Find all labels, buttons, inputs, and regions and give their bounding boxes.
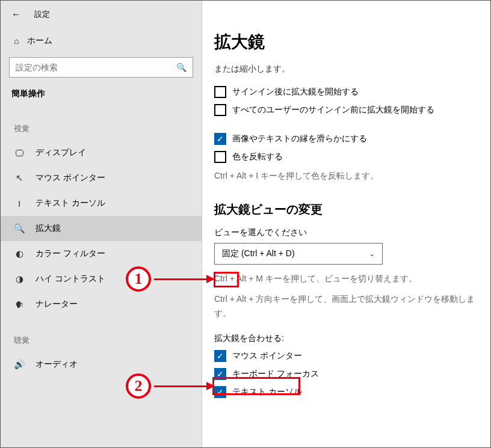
nav-display[interactable]: 🖵 ディスプレイ bbox=[1, 140, 202, 165]
cb-follow-keyboard[interactable]: ✓ キーボード フォーカス bbox=[214, 368, 478, 380]
cb-invert-colors[interactable]: 色を反転する bbox=[214, 151, 478, 163]
nav-magnifier[interactable]: 🔍 拡大鏡 bbox=[1, 216, 202, 241]
search-input[interactable] bbox=[16, 63, 176, 72]
checkbox-checked-icon: ✓ bbox=[214, 368, 226, 380]
nav-high-contrast-label: ハイ コントラスト bbox=[36, 274, 105, 284]
search-box[interactable]: 🔍 bbox=[9, 57, 193, 78]
magnifier-icon: 🔍 bbox=[14, 223, 25, 234]
view-switch-hint: Ctrl + Alt + M キーを押して、ビューを切り替えます。 bbox=[214, 272, 478, 286]
search-icon: 🔍 bbox=[176, 63, 187, 72]
home-icon: ⌂ bbox=[14, 36, 19, 46]
cb-smooth-edges[interactable]: ✓ 画像やテキストの縁を滑らかにする bbox=[214, 133, 478, 145]
cb-label: すべてのユーザーのサインイン前に拡大鏡を開始する bbox=[232, 105, 434, 115]
checkbox-checked-icon: ✓ bbox=[214, 386, 226, 398]
group-hearing: 聴覚 bbox=[1, 317, 202, 352]
nav-high-contrast[interactable]: ◑ ハイ コントラスト bbox=[1, 266, 202, 292]
category-label: 簡単操作 bbox=[1, 88, 202, 105]
cb-label: 画像やテキストの縁を滑らかにする bbox=[232, 133, 367, 144]
cb-label: マウス ポインター bbox=[232, 351, 302, 361]
section-view-title: 拡大鏡ビューの変更 bbox=[214, 201, 478, 218]
view-select-label: ビューを選んでください bbox=[214, 227, 478, 238]
dropdown-value: 固定 (Ctrl + Alt + D) bbox=[222, 248, 295, 259]
nav-display-label: ディスプレイ bbox=[36, 147, 86, 158]
nav-text-cursor[interactable]: I テキスト カーソル bbox=[1, 191, 202, 216]
cb-label: サインイン後に拡大鏡を開始する bbox=[232, 87, 359, 97]
nav-narrator-label: ナレーター bbox=[36, 299, 78, 310]
nav-audio-label: オーディオ bbox=[36, 359, 78, 370]
main-content: 拡大鏡 または縮小します。 サインイン後に拡大鏡を開始する すべてのユーザーのサ… bbox=[202, 1, 490, 447]
checkbox-icon bbox=[214, 86, 226, 98]
checkbox-checked-icon: ✓ bbox=[214, 350, 226, 362]
nav-audio[interactable]: 🔊 オーディオ bbox=[1, 352, 202, 377]
checkbox-checked-icon: ✓ bbox=[214, 133, 226, 145]
page-title: 拡大鏡 bbox=[214, 31, 478, 54]
pointer-icon: ↖ bbox=[14, 173, 25, 183]
settings-title: 設定 bbox=[34, 9, 50, 20]
invert-hint: Ctrl + Alt + I キーを押して色を反転します。 bbox=[214, 169, 478, 183]
cb-label: キーボード フォーカス bbox=[232, 369, 319, 379]
color-filter-icon: ◐ bbox=[14, 248, 25, 259]
cb-label: テキスト カーソル bbox=[232, 387, 302, 397]
cb-start-after-signin[interactable]: サインイン後に拡大鏡を開始する bbox=[214, 86, 478, 98]
cb-follow-text-cursor[interactable]: ✓ テキスト カーソル bbox=[214, 386, 478, 398]
group-visual: 視覚 bbox=[1, 105, 202, 140]
nav-mouse-pointer[interactable]: ↖ マウス ポインター bbox=[1, 165, 202, 191]
chevron-down-icon: ⌄ bbox=[369, 250, 375, 258]
cb-start-before-signin[interactable]: すべてのユーザーのサインイン前に拡大鏡を開始する bbox=[214, 104, 478, 116]
back-button[interactable]: ← bbox=[11, 9, 21, 20]
nav-text-cursor-label: テキスト カーソル bbox=[36, 198, 105, 209]
text-cursor-icon: I bbox=[14, 198, 25, 209]
display-icon: 🖵 bbox=[14, 148, 25, 158]
cb-follow-mouse[interactable]: ✓ マウス ポインター bbox=[214, 350, 478, 362]
narrator-icon: 🗣 bbox=[14, 299, 25, 310]
view-select-dropdown[interactable]: 固定 (Ctrl + Alt + D) ⌄ bbox=[214, 243, 383, 265]
audio-icon: 🔊 bbox=[14, 359, 25, 370]
high-contrast-icon: ◑ bbox=[14, 274, 25, 284]
nav-mouse-label: マウス ポインター bbox=[36, 173, 105, 183]
nav-color-filter-label: カラー フィルター bbox=[36, 248, 105, 259]
zoom-desc: または縮小します。 bbox=[214, 62, 478, 75]
cb-label: 色を反転する bbox=[232, 152, 283, 162]
sidebar: ← 設定 ⌂ ホーム 🔍 簡単操作 視覚 🖵 ディスプレイ ↖ マウス ポインタ… bbox=[1, 1, 202, 447]
view-move-hint: Ctrl + Alt + 方向キーを押して、画面上で拡大鏡ウィンドウを移動します… bbox=[214, 292, 478, 321]
nav-magnifier-label: 拡大鏡 bbox=[36, 223, 61, 234]
checkbox-icon bbox=[214, 151, 226, 163]
nav-narrator[interactable]: 🗣 ナレーター bbox=[1, 292, 202, 317]
checkbox-icon bbox=[214, 104, 226, 116]
home-link[interactable]: ⌂ ホーム bbox=[1, 26, 202, 55]
home-label: ホーム bbox=[27, 35, 52, 46]
follow-label: 拡大鏡を合わせる: bbox=[214, 333, 478, 344]
nav-color-filter[interactable]: ◐ カラー フィルター bbox=[1, 241, 202, 266]
